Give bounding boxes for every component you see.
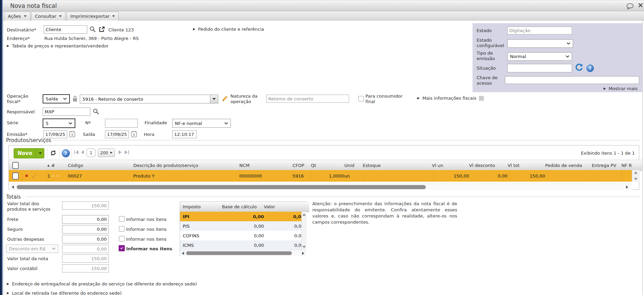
expander-mais-informacoes-fiscais[interactable]: ▶ Mais informações fiscais xyxy=(417,96,484,101)
search-icon[interactable] xyxy=(89,26,96,32)
operacao-cfop-combo[interactable]: 5916 - Retorno de conserto xyxy=(80,95,218,103)
pagination-prev[interactable] xyxy=(81,150,84,154)
tax-header-imposto[interactable]: Imposto xyxy=(180,202,222,212)
frete-input[interactable]: 0,00 xyxy=(62,215,109,224)
select-all-checkbox[interactable] xyxy=(12,162,19,169)
scroll-up-icon[interactable] xyxy=(302,213,306,216)
tax-header-valor[interactable]: Valor xyxy=(261,202,304,212)
cell-codigo[interactable]: 00027 xyxy=(65,170,134,182)
cell-entrega-pv[interactable] xyxy=(589,170,622,182)
header-estoque[interactable]: Estoque xyxy=(360,160,432,171)
cell-pedido-venda[interactable] xyxy=(542,170,592,182)
pagination-next[interactable] xyxy=(119,150,121,154)
header-qt[interactable]: Qt xyxy=(308,160,345,171)
page-number-input[interactable]: 1 xyxy=(87,149,95,157)
tax-header-base[interactable]: Base de cálculo xyxy=(219,202,264,212)
responsavel-input[interactable]: MXP xyxy=(43,108,90,116)
delete-row-icon[interactable]: ✖ xyxy=(25,173,28,178)
desconto-informar-checkbox[interactable]: ✔ xyxy=(119,245,125,251)
seguro-input[interactable]: 0,00 xyxy=(62,225,109,234)
situacao-input[interactable] xyxy=(507,64,572,72)
header-vl-desconto[interactable]: Vl desconto xyxy=(466,160,508,171)
expander-mostrar-mais[interactable]: ▶ Mostrar mais xyxy=(603,86,638,91)
comment-bubble-icon[interactable] xyxy=(626,3,634,10)
refresh-icon[interactable] xyxy=(49,149,57,157)
cell-vl-desconto[interactable]: 0,00 xyxy=(466,170,511,182)
novo-dropdown-arrow[interactable] xyxy=(36,149,44,158)
open-in-new-icon[interactable] xyxy=(99,26,105,32)
row-checkbox[interactable] xyxy=(12,172,19,180)
scroll-up-icon[interactable] xyxy=(634,171,638,174)
menu-imprimir-exportar[interactable]: Imprimir/exportar xyxy=(66,12,119,20)
tax-vertical-scrollbar[interactable] xyxy=(301,212,306,250)
chave-acesso-input[interactable] xyxy=(505,76,639,84)
header-ncm[interactable]: NCM xyxy=(237,160,293,171)
menu-acoes[interactable]: Ações xyxy=(4,12,30,20)
seguro-informar-checkbox[interactable] xyxy=(119,226,124,231)
serie-select[interactable]: 5 xyxy=(43,118,75,128)
destinatario-input[interactable]: Cliente xyxy=(44,25,87,34)
header-codigo[interactable]: Código xyxy=(65,160,134,171)
header-descricao[interactable]: Descrição do produto/serviço xyxy=(131,160,240,171)
cell-vl-un[interactable]: 150,00 xyxy=(429,170,472,182)
saida-input[interactable]: 17/09/25 xyxy=(105,130,129,138)
edit-row-pencil-icon[interactable] xyxy=(32,173,36,179)
endereco-entrega-label: Endereço de entrega/local de prestação d… xyxy=(12,281,197,286)
tax-cell-name: ICMS xyxy=(180,240,222,250)
scrollbar-thumb[interactable] xyxy=(17,185,426,189)
outras-informar-checkbox[interactable] xyxy=(119,236,124,241)
combo-dropdown-button[interactable] xyxy=(210,95,218,103)
expander-local-retirada[interactable]: ▶ Local de retirada (se diferente do end… xyxy=(7,291,122,295)
header-entrega-pv[interactable]: Entrega PV xyxy=(589,160,622,171)
hora-input[interactable]: 12:10:17 xyxy=(172,130,197,138)
menu-consultar[interactable]: Consultar xyxy=(31,12,65,20)
scroll-down-icon[interactable] xyxy=(302,246,306,248)
tipo-emissao-select[interactable]: Normal xyxy=(507,52,572,61)
vertical-scrollbar[interactable] xyxy=(632,170,640,182)
scroll-right-icon[interactable] xyxy=(302,252,304,255)
horizontal-scrollbar[interactable] xyxy=(9,184,632,190)
cell-descricao[interactable]: Produto Y xyxy=(131,170,240,182)
pagination-last[interactable] xyxy=(125,150,129,154)
novo-button[interactable]: Novo xyxy=(14,148,44,158)
calendar-icon[interactable]: 8 xyxy=(69,130,75,138)
search-icon[interactable] xyxy=(93,108,99,115)
header-vl-un[interactable]: Vl un xyxy=(429,160,469,171)
estado-configuravel-select[interactable] xyxy=(507,39,573,48)
help-icon[interactable]: ? xyxy=(586,65,594,72)
header-num[interactable]: ▲ # xyxy=(45,160,68,171)
scroll-right-icon[interactable] xyxy=(626,185,628,189)
close-icon[interactable]: × xyxy=(638,1,644,9)
cell-vl-tot[interactable]: 150,00 xyxy=(505,170,548,182)
pagination-first[interactable] xyxy=(74,150,78,154)
move-down-icon[interactable]: ∨ xyxy=(57,174,59,178)
cell-ncm[interactable]: 00000000 xyxy=(237,170,293,182)
help-icon[interactable]: ? xyxy=(62,149,70,157)
cell-estoque[interactable] xyxy=(360,170,432,182)
scrollbar-thumb[interactable] xyxy=(186,251,292,255)
destinatario-link[interactable]: Cliente 123 xyxy=(108,27,134,33)
numero-input[interactable] xyxy=(105,119,138,128)
consumidor-final-checkbox[interactable] xyxy=(358,96,364,101)
edit-pencil-icon[interactable] xyxy=(221,95,228,102)
operacao-tipo-select[interactable]: Saída xyxy=(43,94,70,103)
expander-pedido-cliente[interactable]: ▶ Pedido do cliente e referência xyxy=(193,27,264,32)
expander-tabela-precos[interactable]: ▶ Tabela de preços e representante/vende… xyxy=(7,43,108,48)
prev-page-icon xyxy=(81,150,84,154)
scroll-left-icon[interactable] xyxy=(182,252,184,255)
toolbar-separator xyxy=(47,148,47,158)
move-up-icon[interactable]: ∧ xyxy=(52,174,55,178)
frete-informar-checkbox[interactable] xyxy=(119,216,124,222)
scroll-down-icon[interactable] xyxy=(634,178,638,180)
scroll-left-icon[interactable] xyxy=(12,185,14,189)
header-pedido-venda[interactable]: Pedido de venda xyxy=(542,160,592,171)
tax-cell-valor: 0,00 xyxy=(261,212,308,221)
refresh-icon[interactable] xyxy=(574,63,583,72)
tax-horizontal-scrollbar[interactable] xyxy=(180,250,306,256)
page-size-select[interactable]: 200 xyxy=(98,149,115,157)
outras-despesas-input[interactable]: 0,00 xyxy=(62,235,109,243)
expander-endereco-entrega[interactable]: ▶ Endereço de entrega/local de prestação… xyxy=(7,281,197,286)
header-vl-tot[interactable]: Vl tot xyxy=(505,160,545,171)
calendar-icon[interactable]: 8 xyxy=(131,130,137,138)
finalidade-select[interactable]: NF-e normal xyxy=(172,119,231,128)
